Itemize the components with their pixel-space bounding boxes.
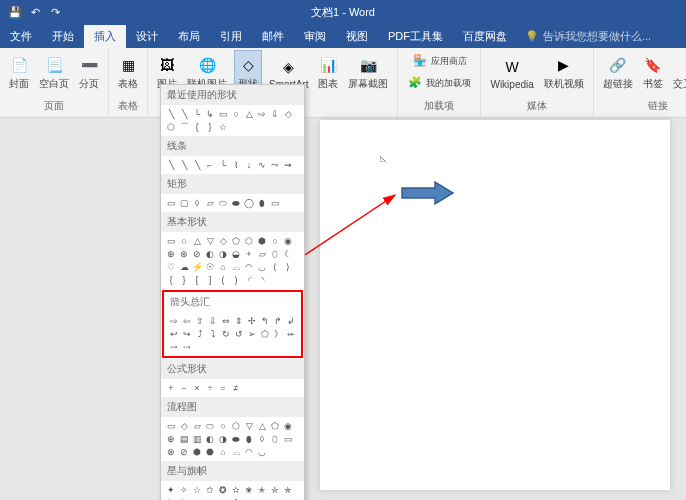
shape-fc-25[interactable]: ⌂ — [217, 446, 229, 458]
shape-arrow-r[interactable]: ⇨ — [256, 108, 268, 120]
shape-fc-5[interactable]: ○ — [217, 420, 229, 432]
tab-baidu[interactable]: 百度网盘 — [453, 25, 517, 48]
shape-b16[interactable]: ◒ — [230, 248, 242, 260]
shape-line[interactable]: ╲ — [165, 108, 177, 120]
shape-eq-eq[interactable]: = — [217, 382, 229, 394]
shape-b36[interactable]: ) — [230, 274, 242, 286]
shape-fc-2[interactable]: ◇ — [178, 420, 190, 432]
shape-oval[interactable]: ○ — [230, 108, 242, 120]
shape-line-3[interactable]: ╲ — [191, 159, 203, 171]
shape-b9[interactable]: ○ — [269, 235, 281, 247]
cross-reference-button[interactable]: ↔交叉引用 — [670, 50, 686, 96]
shape-fc-14[interactable]: ◐ — [204, 433, 216, 445]
shape-arrow-up[interactable]: ⇧ — [194, 315, 206, 327]
shape-callout[interactable]: ◇ — [282, 108, 294, 120]
shape-b20[interactable]: ☾ — [282, 248, 294, 260]
shape-b8[interactable]: ⬢ — [256, 235, 268, 247]
shape-b3[interactable]: △ — [191, 235, 203, 247]
shape-fc-22[interactable]: ⊘ — [178, 446, 190, 458]
tab-layout[interactable]: 布局 — [168, 25, 210, 48]
shape-arrow-down[interactable]: ⇩ — [207, 315, 219, 327]
shape-b22[interactable]: ☁ — [178, 261, 190, 273]
shape-fc-7[interactable]: ▽ — [243, 420, 255, 432]
shape-eq-minus[interactable]: − — [178, 382, 190, 394]
shape-fc-3[interactable]: ▱ — [191, 420, 203, 432]
shape-arrow-call[interactable]: ⬰ — [285, 328, 297, 340]
shape-line-6[interactable]: ⌇ — [230, 159, 242, 171]
shape-fc-21[interactable]: ⊗ — [165, 446, 177, 458]
shape-arrow-lr[interactable]: ⇔ — [220, 315, 232, 327]
tab-pdf[interactable]: PDF工具集 — [378, 25, 453, 48]
shape-arrow-circ[interactable]: ↻ — [220, 328, 232, 340]
shape-b4[interactable]: ▽ — [204, 235, 216, 247]
shape-rect-6[interactable]: ⬬ — [230, 197, 242, 209]
undo-icon[interactable]: ↶ — [28, 5, 42, 19]
document-page[interactable] — [320, 120, 670, 490]
shape-fc-13[interactable]: ▥ — [191, 433, 203, 445]
shape-b19[interactable]: ⬯ — [269, 248, 281, 260]
shape-arrow-chev[interactable]: 》 — [272, 328, 284, 340]
chart-button[interactable]: 📊图表 — [315, 50, 341, 96]
shape-st-4[interactable]: ✩ — [204, 484, 216, 496]
shape-line-1[interactable]: ╲ — [165, 159, 177, 171]
shape-arrow-bent2[interactable]: ↱ — [272, 315, 284, 327]
shape-b13[interactable]: ⊘ — [191, 248, 203, 260]
shape-arrow-left[interactable]: ⇦ — [181, 315, 193, 327]
shape-fc-24[interactable]: ⬣ — [204, 446, 216, 458]
shape-arrow-quad[interactable]: ✢ — [246, 315, 258, 327]
shape-b24[interactable]: ☉ — [204, 261, 216, 273]
shape-fc-27[interactable]: ◠ — [243, 446, 255, 458]
shape-st-3[interactable]: ☆ — [191, 484, 203, 496]
shape-line-9[interactable]: ⤳ — [269, 159, 281, 171]
shape-arrow-d[interactable]: ⇩ — [269, 108, 281, 120]
shape-rect-5[interactable]: ⬭ — [217, 197, 229, 209]
shape-brace[interactable]: { — [191, 121, 203, 133]
shape-b30[interactable]: ⟩ — [282, 261, 294, 273]
shape-hex[interactable]: ⬡ — [165, 121, 177, 133]
shape-b14[interactable]: ◐ — [204, 248, 216, 260]
shape-b32[interactable]: } — [178, 274, 190, 286]
shape-arrow-curve1[interactable]: ⤴ — [194, 328, 206, 340]
shape-b2[interactable]: ○ — [178, 235, 190, 247]
shape-line-10[interactable]: ⇝ — [282, 159, 294, 171]
shape-brace2[interactable]: } — [204, 121, 216, 133]
shape-rect-7[interactable]: ◯ — [243, 197, 255, 209]
shape-b27[interactable]: ◠ — [243, 261, 255, 273]
shape-rect-2[interactable]: ▢ — [178, 197, 190, 209]
shape-arrow-stripe2[interactable]: ⤏ — [181, 341, 193, 353]
shape-rect[interactable]: ▭ — [217, 108, 229, 120]
shape-arrow-right[interactable]: ⇨ — [168, 315, 180, 327]
shape-b6[interactable]: ⬠ — [230, 235, 242, 247]
shape-arrow-circ2[interactable]: ↺ — [233, 328, 245, 340]
shape-arrow-uturn2[interactable]: ↪ — [181, 328, 193, 340]
shape-fc-18[interactable]: ◊ — [256, 433, 268, 445]
shape-st-10[interactable]: ✯ — [282, 484, 294, 496]
shape-fc-11[interactable]: ⊕ — [165, 433, 177, 445]
shape-b28[interactable]: ◡ — [256, 261, 268, 273]
store-button[interactable]: 🏪应用商店 — [404, 50, 474, 70]
shape-star[interactable]: ☆ — [217, 121, 229, 133]
shape-b15[interactable]: ◑ — [217, 248, 229, 260]
shape-b12[interactable]: ⊗ — [178, 248, 190, 260]
shape-line-2[interactable]: ╲ — [178, 159, 190, 171]
shape-fc-26[interactable]: ⌓ — [230, 446, 242, 458]
shape-b11[interactable]: ⊕ — [165, 248, 177, 260]
shape-eq-div[interactable]: ÷ — [204, 382, 216, 394]
shape-arrow-uturn[interactable]: ↩ — [168, 328, 180, 340]
tell-me[interactable]: 💡告诉我您想要做什么... — [525, 29, 651, 44]
shape-rect-3[interactable]: ◊ — [191, 197, 203, 209]
shape-rect-8[interactable]: ⬮ — [256, 197, 268, 209]
shape-fc-28[interactable]: ◡ — [256, 446, 268, 458]
shape-st-1[interactable]: ✦ — [165, 484, 177, 496]
shape-fc-20[interactable]: ▭ — [282, 433, 294, 445]
shape-fc-1[interactable]: ▭ — [165, 420, 177, 432]
shape-b26[interactable]: ⌓ — [230, 261, 242, 273]
shape-arrow-notch[interactable]: ➢ — [246, 328, 258, 340]
shape-connector[interactable]: └ — [191, 108, 203, 120]
shape-fc-4[interactable]: ⬭ — [204, 420, 216, 432]
shape-b7[interactable]: ⬡ — [243, 235, 255, 247]
shape-rect-4[interactable]: ▱ — [204, 197, 216, 209]
shape-rect-9[interactable]: ▭ — [269, 197, 281, 209]
shape-fc-12[interactable]: ▤ — [178, 433, 190, 445]
shape-b23[interactable]: ⚡ — [191, 261, 203, 273]
